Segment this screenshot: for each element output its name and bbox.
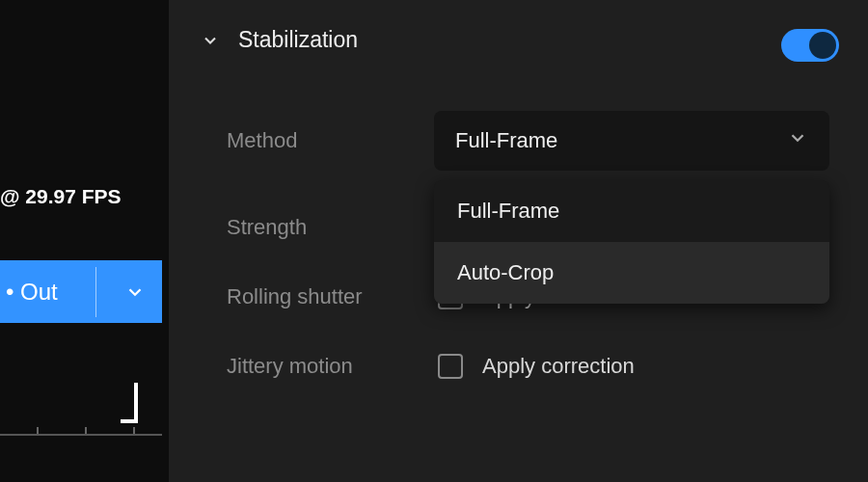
section-title: Stabilization (238, 27, 358, 53)
mark-out-button[interactable]: • Out (0, 260, 162, 323)
method-label: Method (227, 128, 424, 153)
chevron-down-icon (201, 31, 220, 50)
left-panel: @ 29.97 FPS • Out (0, 0, 169, 482)
timeline-track (0, 434, 162, 436)
toggle-knob (809, 32, 836, 59)
playhead[interactable] (121, 383, 138, 423)
jittery-motion-label: Jittery motion (227, 354, 424, 379)
rolling-shutter-label: Rolling shutter (227, 284, 424, 309)
divider (95, 267, 96, 317)
method-dropdown: Full-Frame Auto-Crop (434, 180, 829, 304)
chevron-down-icon (124, 281, 146, 303)
jittery-motion-checkbox[interactable] (438, 354, 463, 379)
method-control: Full-Frame Full-Frame Auto-Crop (434, 111, 829, 171)
fps-readout: @ 29.97 FPS (0, 185, 122, 208)
inspector-panel: Stabilization Method Full-Frame Full-Fra… (169, 0, 868, 482)
mark-out-label: • Out (0, 279, 95, 306)
section-disclosure[interactable] (198, 28, 223, 53)
stabilization-toggle[interactable] (781, 29, 839, 62)
select-caret (787, 127, 808, 154)
jittery-motion-checkbox-label: Apply correction (482, 354, 635, 379)
jittery-motion-row: Jittery motion Apply correction (227, 354, 839, 379)
app-root: @ 29.97 FPS • Out Stabilization (0, 0, 868, 482)
method-row: Method Full-Frame Full-Frame Auto-Crop (227, 111, 839, 171)
strength-label: Strength (227, 215, 424, 240)
timeline[interactable] (0, 381, 162, 439)
jittery-motion-control: Apply correction (434, 354, 635, 379)
method-option-auto-crop[interactable]: Auto-Crop (434, 242, 829, 304)
section-header: Stabilization (198, 27, 839, 53)
chevron-down-icon (787, 127, 808, 148)
method-selected-value: Full-Frame (455, 128, 557, 153)
mark-out-dropdown[interactable] (108, 281, 162, 303)
form-rows: Method Full-Frame Full-Frame Auto-Crop (198, 111, 839, 379)
method-option-full-frame[interactable]: Full-Frame (434, 180, 829, 242)
method-select[interactable]: Full-Frame (434, 111, 829, 171)
